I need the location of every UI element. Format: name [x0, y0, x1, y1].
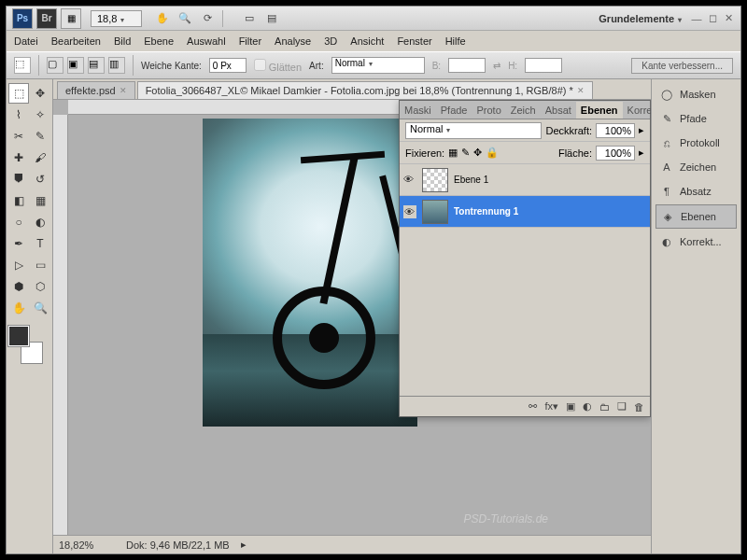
type-tool[interactable]: T — [30, 233, 50, 254]
panel-layers[interactable]: ◈Ebenen — [655, 204, 737, 229]
menu-3d[interactable]: 3D — [324, 35, 337, 47]
menu-ansicht[interactable]: Ansicht — [350, 35, 384, 47]
menu-datei[interactable]: Datei — [14, 35, 38, 47]
dodge-tool[interactable]: ◐ — [30, 212, 50, 232]
link-layers-icon[interactable]: ⚯ — [529, 400, 537, 413]
visibility-icon[interactable]: 👁 — [403, 205, 416, 218]
menu-fenster[interactable]: Fenster — [397, 35, 431, 47]
panel-adjustments[interactable]: ◐Korrekt... — [655, 231, 737, 253]
panel-tab-paths[interactable]: Pfade — [436, 102, 472, 119]
menu-ebene[interactable]: Ebene — [144, 35, 174, 47]
fill-flyout-icon[interactable]: ▸ — [639, 147, 644, 159]
history-brush-tool[interactable]: ↺ — [30, 169, 50, 189]
menu-hilfe[interactable]: Hilfe — [445, 35, 466, 47]
path-tool[interactable]: ▷ — [8, 255, 29, 275]
panel-paths[interactable]: ✎Pfade — [655, 107, 737, 130]
status-doc-size[interactable]: Dok: 9,46 MB/22,1 MB — [126, 539, 230, 551]
3d-tool[interactable]: ⬢ — [8, 276, 29, 297]
menu-auswahl[interactable]: Auswahl — [187, 35, 226, 47]
hand-icon[interactable]: ✋ — [153, 9, 172, 28]
zoom-tool[interactable]: 🔍 — [30, 298, 50, 318]
move-tool[interactable]: ✥ — [30, 83, 50, 104]
new-selection-icon[interactable]: ▢ — [47, 57, 63, 74]
workspace-switcher[interactable]: Grundelemente — [599, 13, 682, 24]
blur-tool[interactable]: ○ — [8, 212, 29, 232]
wand-tool[interactable]: ✧ — [30, 105, 50, 125]
shape-tool[interactable]: ▭ — [30, 255, 50, 275]
panel-masks[interactable]: ◯Masken — [655, 83, 737, 105]
tab-fotolia[interactable]: Fotolia_3066487_XL© Mikael Damkier - Fot… — [137, 81, 593, 99]
fill-input[interactable] — [596, 146, 635, 161]
eyedropper-tool[interactable]: ✎ — [30, 126, 50, 147]
blend-mode-select[interactable]: Normal — [405, 122, 542, 139]
lock-transparency-icon[interactable]: ▦ — [448, 147, 458, 159]
gradient-tool[interactable]: ▦ — [30, 190, 50, 211]
layer-mask-icon[interactable]: ▣ — [566, 400, 575, 413]
layer-thumbnail[interactable] — [422, 168, 448, 192]
new-layer-icon[interactable]: ❏ — [617, 400, 627, 413]
panel-tab-layers[interactable]: Ebenen — [576, 102, 623, 119]
lock-position-icon[interactable]: ✥ — [473, 147, 482, 159]
layer-thumbnail[interactable] — [422, 200, 448, 224]
subtract-selection-icon[interactable]: ▤ — [88, 57, 105, 74]
heal-tool[interactable]: ✚ — [8, 147, 29, 168]
tab-effekte[interactable]: effekte.psd ✕ — [57, 81, 135, 99]
layer-style-icon[interactable]: fx▾ — [544, 400, 558, 413]
zoom-icon[interactable]: 🔍 — [176, 9, 194, 28]
lock-pixels-icon[interactable]: ✎ — [461, 147, 470, 159]
panel-tab-masks[interactable]: Maski — [400, 102, 436, 119]
menu-bild[interactable]: Bild — [114, 35, 131, 47]
close-icon[interactable]: ✕ — [120, 86, 127, 95]
rotate-icon[interactable]: ⟳ — [198, 9, 217, 28]
maximize-button[interactable]: ◻ — [706, 12, 719, 25]
refine-edge-button[interactable]: Kante verbessern... — [631, 58, 733, 74]
bridge-logo[interactable]: Br — [36, 8, 57, 29]
marquee-tool-preset[interactable]: ⬚ — [14, 57, 31, 74]
layer-row[interactable]: 👁 Ebene 1 — [400, 164, 650, 196]
screenmode-icon[interactable]: ▭ — [240, 9, 259, 28]
stamp-tool[interactable]: ⛊ — [8, 169, 29, 189]
lock-all-icon[interactable]: 🔒 — [486, 147, 499, 159]
panel-paragraph[interactable]: ¶Absatz — [655, 180, 737, 203]
menu-bearbeiten[interactable]: Bearbeiten — [51, 35, 101, 47]
adjustment-layer-icon[interactable]: ◐ — [583, 400, 592, 413]
lasso-tool[interactable]: ⌇ — [8, 105, 29, 125]
intersect-selection-icon[interactable]: ▥ — [108, 57, 125, 74]
panel-tab-history[interactable]: Proto — [472, 102, 505, 119]
document-canvas[interactable] — [203, 119, 417, 427]
visibility-icon[interactable]: 👁 — [403, 174, 416, 187]
arrange2-icon[interactable]: ▤ — [262, 9, 281, 28]
layer-row[interactable]: 👁 Tontrennung 1 — [400, 196, 650, 228]
panel-tab-character[interactable]: Zeich — [506, 102, 541, 119]
minimize-button[interactable]: — — [690, 12, 703, 25]
layer-group-icon[interactable]: 🗀 — [599, 401, 610, 413]
close-button[interactable]: ✕ — [722, 12, 735, 25]
brush-tool[interactable]: 🖌 — [30, 147, 50, 168]
status-flyout-icon[interactable]: ▸ — [241, 539, 247, 551]
layer-name[interactable]: Tontrennung 1 — [454, 206, 518, 217]
panel-tab-paragraph[interactable]: Absat — [541, 102, 576, 119]
panel-character[interactable]: AZeichen — [655, 156, 737, 178]
zoom-level-combo[interactable]: 18,8 — [91, 10, 142, 27]
menu-filter[interactable]: Filter — [239, 35, 261, 47]
panel-tab-adjustments[interactable]: Korre — [623, 102, 651, 119]
3d-camera-tool[interactable]: ⬡ — [30, 276, 50, 297]
menu-analyse[interactable]: Analyse — [275, 35, 311, 47]
arrange-icon[interactable]: ▦ — [61, 8, 81, 29]
canvas-area[interactable]: Maski Pfade Proto Zeich Absat Ebenen Kor… — [53, 100, 651, 535]
feather-input[interactable] — [209, 58, 247, 73]
opacity-input[interactable] — [596, 123, 635, 138]
pen-tool[interactable]: ✒ — [8, 233, 29, 254]
add-selection-icon[interactable]: ▣ — [67, 57, 84, 74]
style-select[interactable]: Normal — [331, 57, 425, 74]
foreground-color[interactable] — [8, 326, 29, 346]
opacity-flyout-icon[interactable]: ▸ — [639, 124, 644, 136]
status-zoom[interactable]: 18,82% — [59, 539, 115, 551]
close-icon[interactable]: ✕ — [577, 86, 585, 95]
color-swatches[interactable] — [8, 326, 46, 363]
crop-tool[interactable]: ✂ — [8, 126, 29, 147]
marquee-tool[interactable]: ⬚ — [8, 83, 29, 104]
layer-name[interactable]: Ebene 1 — [454, 175, 488, 185]
delete-layer-icon[interactable]: 🗑 — [634, 401, 644, 413]
panel-history[interactable]: ⎌Protokoll — [655, 132, 737, 154]
